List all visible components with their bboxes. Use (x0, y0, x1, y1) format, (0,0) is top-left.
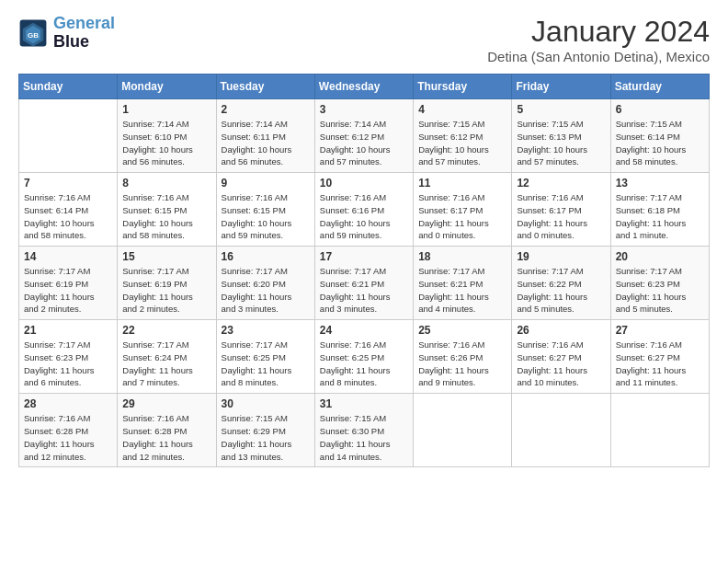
day-header-tuesday: Tuesday (216, 75, 314, 99)
day-info: Sunrise: 7:17 AM Sunset: 6:23 PM Dayligh… (24, 339, 112, 389)
title-block: January 2024 Detina (San Antonio Detina)… (487, 15, 710, 64)
calendar-cell: 1Sunrise: 7:14 AM Sunset: 6:10 PM Daylig… (118, 99, 216, 173)
day-number: 1 (122, 103, 210, 116)
day-number: 9 (222, 177, 310, 190)
calendar-header-row: SundayMondayTuesdayWednesdayThursdayFrid… (19, 75, 710, 99)
day-info: Sunrise: 7:16 AM Sunset: 6:17 PM Dayligh… (517, 191, 605, 242)
day-info: Sunrise: 7:17 AM Sunset: 6:25 PM Dayligh… (222, 339, 310, 389)
page-header: GB General Blue January 2024 Detina (San… (18, 15, 710, 64)
calendar-cell (414, 394, 512, 467)
day-info: Sunrise: 7:15 AM Sunset: 6:29 PM Dayligh… (222, 412, 310, 463)
day-header-monday: Monday (118, 75, 216, 99)
day-number: 13 (616, 177, 704, 190)
calendar-cell (19, 99, 118, 173)
day-number: 16 (222, 250, 310, 263)
day-info: Sunrise: 7:16 AM Sunset: 6:28 PM Dayligh… (122, 412, 210, 463)
calendar-cell (512, 394, 610, 467)
day-number: 14 (24, 250, 112, 263)
calendar-cell: 26Sunrise: 7:16 AM Sunset: 6:27 PM Dayli… (512, 320, 610, 394)
day-number: 6 (616, 103, 704, 116)
day-number: 5 (517, 103, 605, 116)
day-info: Sunrise: 7:17 AM Sunset: 6:21 PM Dayligh… (320, 265, 408, 316)
calendar-cell: 18Sunrise: 7:17 AM Sunset: 6:21 PM Dayli… (414, 247, 512, 320)
calendar-cell: 19Sunrise: 7:17 AM Sunset: 6:22 PM Dayli… (512, 247, 610, 320)
day-header-wednesday: Wednesday (314, 75, 413, 99)
calendar-cell: 28Sunrise: 7:16 AM Sunset: 6:28 PM Dayli… (19, 394, 118, 467)
day-info: Sunrise: 7:15 AM Sunset: 6:14 PM Dayligh… (616, 118, 704, 168)
calendar-body: 1Sunrise: 7:14 AM Sunset: 6:10 PM Daylig… (19, 99, 710, 467)
day-number: 11 (418, 177, 506, 190)
day-number: 29 (122, 397, 210, 410)
day-number: 20 (616, 250, 704, 263)
calendar-cell: 10Sunrise: 7:16 AM Sunset: 6:16 PM Dayli… (314, 173, 413, 247)
calendar-week-4: 21Sunrise: 7:17 AM Sunset: 6:23 PM Dayli… (19, 320, 710, 394)
day-number: 21 (24, 324, 112, 337)
day-number: 25 (418, 324, 506, 337)
calendar-cell: 31Sunrise: 7:15 AM Sunset: 6:30 PM Dayli… (314, 394, 413, 467)
day-number: 24 (320, 324, 408, 337)
day-info: Sunrise: 7:17 AM Sunset: 6:22 PM Dayligh… (517, 265, 605, 316)
day-header-friday: Friday (512, 75, 610, 99)
day-header-thursday: Thursday (414, 75, 512, 99)
day-info: Sunrise: 7:16 AM Sunset: 6:27 PM Dayligh… (616, 339, 704, 389)
calendar-cell: 17Sunrise: 7:17 AM Sunset: 6:21 PM Dayli… (314, 247, 413, 320)
day-info: Sunrise: 7:16 AM Sunset: 6:15 PM Dayligh… (122, 191, 210, 242)
calendar-cell: 4Sunrise: 7:15 AM Sunset: 6:12 PM Daylig… (414, 99, 512, 173)
day-info: Sunrise: 7:16 AM Sunset: 6:27 PM Dayligh… (517, 339, 605, 389)
day-info: Sunrise: 7:14 AM Sunset: 6:12 PM Dayligh… (320, 118, 408, 168)
day-number: 12 (517, 177, 605, 190)
calendar-cell: 15Sunrise: 7:17 AM Sunset: 6:19 PM Dayli… (118, 247, 216, 320)
day-info: Sunrise: 7:16 AM Sunset: 6:25 PM Dayligh… (320, 339, 408, 389)
calendar-table: SundayMondayTuesdayWednesdayThursdayFrid… (18, 74, 710, 467)
calendar-cell: 20Sunrise: 7:17 AM Sunset: 6:23 PM Dayli… (610, 247, 709, 320)
calendar-cell: 9Sunrise: 7:16 AM Sunset: 6:15 PM Daylig… (216, 173, 314, 247)
day-info: Sunrise: 7:16 AM Sunset: 6:17 PM Dayligh… (418, 191, 506, 242)
day-number: 8 (122, 177, 210, 190)
calendar-cell: 3Sunrise: 7:14 AM Sunset: 6:12 PM Daylig… (314, 99, 413, 173)
day-info: Sunrise: 7:17 AM Sunset: 6:18 PM Dayligh… (616, 191, 704, 242)
calendar-cell: 11Sunrise: 7:16 AM Sunset: 6:17 PM Dayli… (414, 173, 512, 247)
day-header-sunday: Sunday (19, 75, 118, 99)
logo: GB General Blue (18, 15, 115, 52)
calendar-cell: 21Sunrise: 7:17 AM Sunset: 6:23 PM Dayli… (19, 320, 118, 394)
calendar-week-1: 1Sunrise: 7:14 AM Sunset: 6:10 PM Daylig… (19, 99, 710, 173)
day-info: Sunrise: 7:16 AM Sunset: 6:26 PM Dayligh… (418, 339, 506, 389)
day-number: 23 (222, 324, 310, 337)
calendar-cell: 22Sunrise: 7:17 AM Sunset: 6:24 PM Dayli… (118, 320, 216, 394)
calendar-cell (610, 394, 709, 467)
day-number: 19 (517, 250, 605, 263)
day-number: 30 (222, 397, 310, 410)
day-info: Sunrise: 7:17 AM Sunset: 6:23 PM Dayligh… (616, 265, 704, 316)
day-info: Sunrise: 7:16 AM Sunset: 6:14 PM Dayligh… (24, 191, 112, 242)
logo-text: General Blue (53, 15, 115, 52)
calendar-cell: 8Sunrise: 7:16 AM Sunset: 6:15 PM Daylig… (118, 173, 216, 247)
day-info: Sunrise: 7:15 AM Sunset: 6:30 PM Dayligh… (320, 412, 408, 463)
day-info: Sunrise: 7:17 AM Sunset: 6:19 PM Dayligh… (24, 265, 112, 316)
calendar-cell: 12Sunrise: 7:16 AM Sunset: 6:17 PM Dayli… (512, 173, 610, 247)
calendar-cell: 16Sunrise: 7:17 AM Sunset: 6:20 PM Dayli… (216, 247, 314, 320)
day-info: Sunrise: 7:16 AM Sunset: 6:15 PM Dayligh… (222, 191, 310, 242)
svg-text:GB: GB (28, 31, 39, 40)
calendar-cell: 29Sunrise: 7:16 AM Sunset: 6:28 PM Dayli… (118, 394, 216, 467)
day-number: 7 (24, 177, 112, 190)
calendar-cell: 23Sunrise: 7:17 AM Sunset: 6:25 PM Dayli… (216, 320, 314, 394)
day-number: 31 (320, 397, 408, 410)
subtitle: Detina (San Antonio Detina), Mexico (487, 49, 710, 64)
calendar-week-2: 7Sunrise: 7:16 AM Sunset: 6:14 PM Daylig… (19, 173, 710, 247)
day-info: Sunrise: 7:14 AM Sunset: 6:11 PM Dayligh… (222, 118, 310, 168)
day-header-saturday: Saturday (610, 75, 709, 99)
day-info: Sunrise: 7:17 AM Sunset: 6:21 PM Dayligh… (418, 265, 506, 316)
day-number: 28 (24, 397, 112, 410)
day-number: 18 (418, 250, 506, 263)
logo-icon: GB (18, 18, 48, 48)
day-number: 26 (517, 324, 605, 337)
day-info: Sunrise: 7:17 AM Sunset: 6:19 PM Dayligh… (122, 265, 210, 316)
calendar-week-3: 14Sunrise: 7:17 AM Sunset: 6:19 PM Dayli… (19, 247, 710, 320)
day-info: Sunrise: 7:16 AM Sunset: 6:16 PM Dayligh… (320, 191, 408, 242)
day-number: 3 (320, 103, 408, 116)
calendar-cell: 25Sunrise: 7:16 AM Sunset: 6:26 PM Dayli… (414, 320, 512, 394)
day-number: 22 (122, 324, 210, 337)
calendar-cell: 13Sunrise: 7:17 AM Sunset: 6:18 PM Dayli… (610, 173, 709, 247)
calendar-cell: 27Sunrise: 7:16 AM Sunset: 6:27 PM Dayli… (610, 320, 709, 394)
day-info: Sunrise: 7:17 AM Sunset: 6:24 PM Dayligh… (122, 339, 210, 389)
